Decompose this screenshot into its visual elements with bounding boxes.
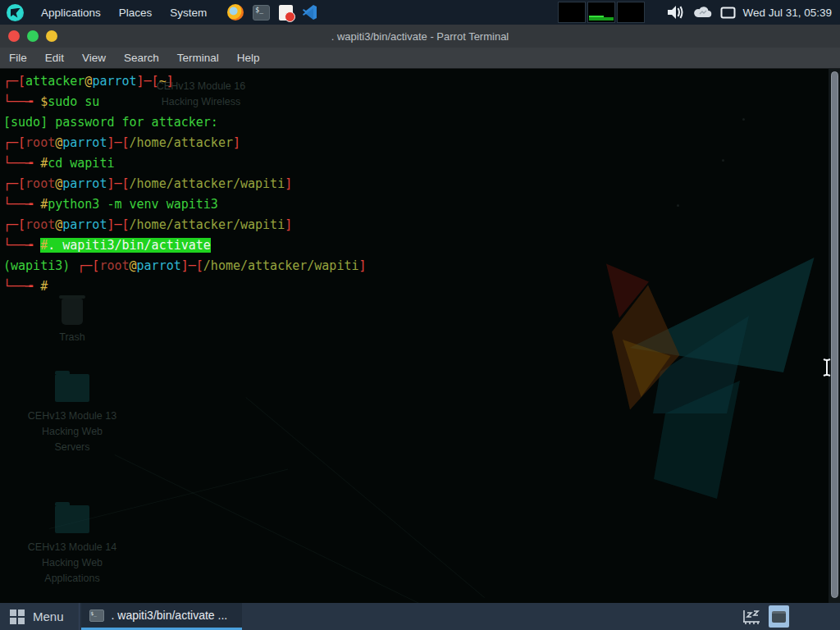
terminal-line: ┌─[root@parrot]─[/home/attacker/wapiti] bbox=[3, 215, 840, 235]
icon-label-line: Hacking Web bbox=[42, 426, 103, 437]
menu-edit[interactable]: Edit bbox=[36, 48, 73, 69]
icon-label-line: Hacking Web bbox=[42, 557, 103, 568]
vscode-icon[interactable] bbox=[302, 4, 318, 21]
taskbar: Menu $_ . wapiti3/bin/activate ... bbox=[0, 603, 840, 630]
cloud-icon[interactable] bbox=[693, 6, 713, 19]
terminal-line: └──╼ #python3 -m venv wapiti3 bbox=[3, 194, 840, 215]
network-graph[interactable] bbox=[617, 2, 645, 23]
menu-help[interactable]: Help bbox=[228, 48, 269, 69]
terminal-scrollbar-thumb[interactable] bbox=[831, 71, 838, 598]
terminal-titlebar[interactable]: . wapiti3/bin/activate - Parrot Terminal bbox=[0, 25, 840, 48]
menu-grid-icon bbox=[10, 609, 25, 624]
terminal-menubar: File Edit View Search Terminal Help bbox=[0, 48, 840, 69]
terminal-line: ┌─[attacker@parrot]─[~] bbox=[3, 71, 840, 92]
cpu-graph[interactable] bbox=[558, 2, 586, 23]
menu-places[interactable]: Places bbox=[110, 0, 162, 25]
mini-terminal-icon bbox=[772, 611, 786, 623]
icon-label-line: CEHv13 Module 14 bbox=[28, 541, 116, 553]
terminal-line: ┌─[root@parrot]─[/home/attacker/wapiti] bbox=[3, 174, 840, 194]
icon-label-line: Trash bbox=[59, 331, 85, 343]
top-panel: Applications Places System $_ bbox=[0, 0, 840, 25]
trash-icon bbox=[62, 299, 83, 325]
taskbar-menu-button[interactable]: Menu bbox=[0, 603, 80, 630]
task-terminal-icon: $_ bbox=[89, 609, 104, 622]
terminal-line: └──╼ $sudo su bbox=[3, 92, 840, 112]
menu-button-label: Menu bbox=[33, 609, 64, 623]
parrot-logo-icon[interactable] bbox=[7, 4, 24, 21]
memory-graph[interactable] bbox=[587, 2, 615, 23]
icon-label-line: CEHv13 Module 13 bbox=[28, 410, 116, 422]
firefox-icon[interactable] bbox=[227, 4, 244, 21]
window-title: . wapiti3/bin/activate - Parrot Terminal bbox=[0, 30, 840, 43]
terminal-line: └──╼ #cd wapiti bbox=[3, 153, 840, 174]
system-monitor-graphs[interactable] bbox=[558, 2, 645, 23]
menu-applications[interactable]: Applications bbox=[32, 0, 110, 25]
task-label: . wapiti3/bin/activate ... bbox=[112, 609, 228, 622]
taskbar-right bbox=[741, 605, 789, 628]
terminal-line: (wapiti3) ┌─[root@parrot]─[/home/attacke… bbox=[3, 256, 840, 276]
desktop-icon-module13: CEHv13 Module 13 Hacking Web Servers bbox=[11, 374, 134, 455]
text-editor-icon[interactable] bbox=[279, 5, 293, 21]
workspace-indicator-icon[interactable] bbox=[741, 607, 762, 627]
menu-search[interactable]: Search bbox=[115, 48, 168, 69]
folder-icon bbox=[55, 505, 89, 533]
terminal-window-body[interactable]: CEHv13 Module 16 Hacking Wireless Trash … bbox=[0, 69, 840, 603]
menu-terminal[interactable]: Terminal bbox=[168, 48, 228, 69]
active-window-button[interactable] bbox=[769, 605, 789, 628]
terminal-line: └──╼ #. wapiti3/bin/activate bbox=[3, 235, 840, 256]
display-icon[interactable] bbox=[720, 7, 736, 19]
ibeam-cursor bbox=[821, 358, 833, 377]
menu-file[interactable]: File bbox=[0, 48, 36, 69]
clock[interactable]: Wed Jul 31, 05:39 bbox=[742, 7, 832, 19]
terminal-line: ┌─[root@parrot]─[/home/attacker] bbox=[3, 133, 840, 153]
folder-icon bbox=[55, 374, 89, 402]
terminal-line: └──╼ # bbox=[3, 276, 840, 297]
menu-view[interactable]: View bbox=[73, 48, 115, 69]
icon-label-line: Servers bbox=[54, 441, 89, 453]
icon-label-line: Applications bbox=[44, 573, 99, 584]
terminal-output[interactable]: ┌─[attacker@parrot]─[~]└──╼ $sudo su[sud… bbox=[0, 69, 840, 297]
menu-system[interactable]: System bbox=[161, 0, 216, 25]
desktop-icon-trash: Trash bbox=[11, 299, 134, 345]
terminal-scrollbar-track[interactable] bbox=[829, 69, 840, 603]
launcher-icons: $_ bbox=[227, 4, 318, 21]
terminal-launcher-icon[interactable]: $_ bbox=[253, 5, 270, 21]
taskbar-task-terminal[interactable]: $_ . wapiti3/bin/activate ... bbox=[81, 603, 242, 630]
volume-icon[interactable] bbox=[666, 4, 686, 21]
desktop-icon-module14: CEHv13 Module 14 Hacking Web Application… bbox=[11, 505, 134, 587]
terminal-line: [sudo] password for attacker: bbox=[3, 112, 840, 133]
system-tray bbox=[666, 4, 736, 21]
desktop-screen: Applications Places System $_ bbox=[0, 0, 840, 630]
